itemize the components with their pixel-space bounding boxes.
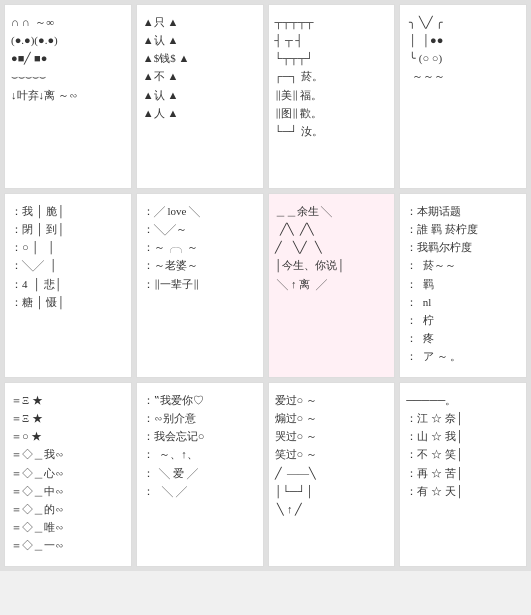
- card-line: ：4 │ 悲│: [11, 275, 125, 293]
- card-2: ▲只 ▲▲认 ▲▲$钱$ ▲▲不 ▲▲认 ▲▲人 ▲: [136, 4, 264, 189]
- card-line: ： ～、↑、: [143, 445, 257, 463]
- card-line: ： ╲ 爱 ╱: [143, 464, 257, 482]
- card-4: ╮ ╲╱ ╭ │ │●● ╰ (○ ○) ～～～: [399, 4, 527, 189]
- card-6: ：╱ love ╲：╲╱～：～╭╮～：～老婆～：∥一辈子∥: [136, 193, 264, 378]
- card-line: ╱╲ ╱╲: [275, 220, 389, 238]
- card-line: └─┘ 汝。: [275, 122, 389, 140]
- card-line: ＿＿余生 ╲: [275, 202, 389, 220]
- card-line: ：閉 │ 到│: [11, 220, 125, 238]
- card-line: ▲不 ▲: [143, 67, 257, 85]
- card-line: └┬┬┬┘: [275, 49, 389, 67]
- card-line: ：誰 羁 菸柠度: [406, 220, 520, 238]
- card-line: ：我羁尔柠度: [406, 238, 520, 256]
- card-line: ▲只 ▲: [143, 13, 257, 31]
- card-3: ┬┬┬┬┬┤ ┬ ┤└┬┬┬┘┌─┐ 菸。‖美‖ 福。‖图‖ 歡。└─┘ 汝。: [268, 4, 396, 189]
- card-line: ╱ ╲╱ ╲: [275, 238, 389, 256]
- card-line: ⌣⌣⌣⌣⌣: [11, 67, 125, 85]
- card-line: ： ╲ ╱: [143, 482, 257, 500]
- card-line: ：江 ☆ 奈│: [406, 409, 520, 427]
- card-line: ▲认 ▲: [143, 31, 257, 49]
- card-line: ▲$钱$ ▲: [143, 49, 257, 67]
- card-line: ： ア ～ 。: [406, 347, 520, 365]
- card-line: ：∽别介意: [143, 409, 257, 427]
- card-7: ＿＿余生 ╲ ╱╲ ╱╲╱ ╲╱ ╲│今生、你说│ ╲ ↑ 离 ╱: [268, 193, 396, 378]
- card-line: ：我 │ 脆│: [11, 202, 125, 220]
- card-line: (●.●)(●.●): [11, 31, 125, 49]
- card-line: ＝◇＿心∽: [11, 464, 125, 482]
- card-line: ＝◇＿一∽: [11, 536, 125, 554]
- card-line: ： 菸～～: [406, 256, 520, 274]
- card-line: │今生、你说│: [275, 256, 389, 274]
- card-grid: ∩ ∩ ～∞(●.●)(●.●)●■╱ ■●⌣⌣⌣⌣⌣↓叶弃↓离 ～∽▲只 ▲▲…: [0, 0, 531, 571]
- card-line: ＝◇＿中∽: [11, 482, 125, 500]
- card-line: ‖图‖ 歡。: [275, 104, 389, 122]
- card-line: ╲ ↑ ╱: [275, 500, 389, 518]
- card-10: ：‟我爱你♡：∽别介意：我会忘记○： ～、↑、： ╲ 爱 ╱： ╲ ╱: [136, 382, 264, 567]
- card-line: ∩ ∩ ～∞: [11, 13, 125, 31]
- card-line: ╮ ╲╱ ╭: [406, 13, 520, 31]
- card-line: ：我会忘记○: [143, 427, 257, 445]
- card-line: ＝○ ★: [11, 427, 125, 445]
- card-line: 哭过○ ～: [275, 427, 389, 445]
- card-line: ：有 ☆ 天│: [406, 482, 520, 500]
- card-9: ＝Ξ ★＝Ξ ★＝○ ★＝◇＿我∽＝◇＿心∽＝◇＿中∽＝◇＿的∽＝◇＿唯∽＝◇＿…: [4, 382, 132, 567]
- card-5: ：我 │ 脆│：閉 │ 到│：○ │ │：╲╱ │：4 │ 悲│：糖 │ 慑│: [4, 193, 132, 378]
- card-line: ＝Ξ ★: [11, 391, 125, 409]
- card-line: ：∥一辈子∥: [143, 275, 257, 293]
- card-line: ：不 ☆ 笑│: [406, 445, 520, 463]
- card-line: ：╲╱～: [143, 220, 257, 238]
- card-line: ＝Ξ ★: [11, 409, 125, 427]
- card-line: ～～～: [406, 67, 520, 85]
- card-line: ：～老婆～: [143, 256, 257, 274]
- card-line: │└─┘│: [275, 482, 389, 500]
- card-line: ┌─┐ 菸。: [275, 67, 389, 85]
- card-line: 爱过○ ～: [275, 391, 389, 409]
- card-12: ─────。：江 ☆ 奈│：山 ☆ 我│：不 ☆ 笑│：再 ☆ 苦│：有 ☆ 天…: [399, 382, 527, 567]
- card-line: ╲ ↑ 离 ╱: [275, 275, 389, 293]
- card-line: ： 柠: [406, 311, 520, 329]
- card-line: 煽过○ ～: [275, 409, 389, 427]
- card-line: 笑过○ ～: [275, 445, 389, 463]
- card-line: ：本期话题: [406, 202, 520, 220]
- card-line: ▲人 ▲: [143, 104, 257, 122]
- card-line: ：山 ☆ 我│: [406, 427, 520, 445]
- card-8: ：本期话题：誰 羁 菸柠度：我羁尔柠度： 菸～～： 羁： nl： 柠： 疼： ア…: [399, 193, 527, 378]
- card-line: ●■╱ ■●: [11, 49, 125, 67]
- card-1: ∩ ∩ ～∞(●.●)(●.●)●■╱ ■●⌣⌣⌣⌣⌣↓叶弃↓离 ～∽: [4, 4, 132, 189]
- card-line: ╰ (○ ○): [406, 49, 520, 67]
- card-11: 爱过○ ～煽过○ ～哭过○ ～笑过○ ～╱ ——╲│└─┘│ ╲ ↑ ╱: [268, 382, 396, 567]
- card-line: ：～╭╮～: [143, 238, 257, 256]
- card-line: ─────。: [406, 391, 520, 409]
- card-line: ＝◇＿唯∽: [11, 518, 125, 536]
- card-line: ：‟我爱你♡: [143, 391, 257, 409]
- card-line: ：○ │ │: [11, 238, 125, 256]
- card-line: ＝◇＿的∽: [11, 500, 125, 518]
- card-line: ： 羁: [406, 275, 520, 293]
- card-line: ＝◇＿我∽: [11, 445, 125, 463]
- card-line: ： nl: [406, 293, 520, 311]
- card-line: ‖美‖ 福。: [275, 86, 389, 104]
- card-line: ：糖 │ 慑│: [11, 293, 125, 311]
- card-line: ╱ ——╲: [275, 464, 389, 482]
- card-line: ↓叶弃↓离 ～∽: [11, 86, 125, 104]
- card-line: ： 疼: [406, 329, 520, 347]
- card-line: ┤ ┬ ┤: [275, 31, 389, 49]
- card-line: ：╲╱ │: [11, 256, 125, 274]
- card-line: ▲认 ▲: [143, 86, 257, 104]
- card-line: ┬┬┬┬┬: [275, 13, 389, 31]
- card-line: ：╱ love ╲: [143, 202, 257, 220]
- card-line: │ │●●: [406, 31, 520, 49]
- card-line: ：再 ☆ 苦│: [406, 464, 520, 482]
